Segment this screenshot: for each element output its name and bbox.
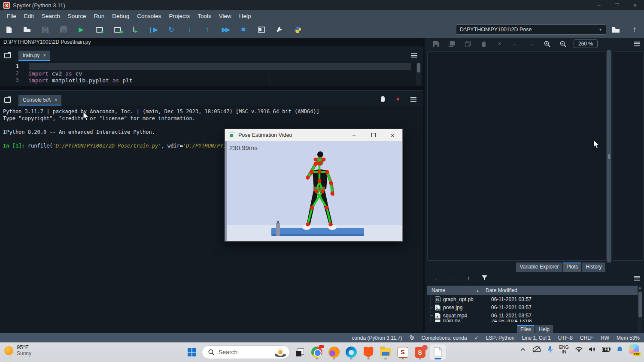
column-name[interactable]: Name ▲	[427, 287, 482, 293]
window-minimize-button[interactable]: –	[590, 0, 608, 10]
chrome-badge	[319, 345, 324, 348]
file-row-graph-opt[interactable]: 01 graph_opt.pb 06-11-2021 03:57	[427, 295, 633, 303]
chrome-taskbar-button[interactable]	[310, 344, 324, 360]
open-file-icon[interactable]	[18, 21, 36, 38]
interrupt-kernel-icon[interactable]: ■	[396, 96, 399, 102]
column-date-modified[interactable]: Date Modified	[482, 287, 517, 293]
menu-debug[interactable]: Debug	[108, 13, 133, 19]
tray-chevron-up-icon[interactable]	[520, 348, 526, 351]
zoom-in-icon[interactable]	[539, 38, 555, 50]
wifi-icon[interactable]	[575, 347, 583, 352]
task-view-button[interactable]	[292, 344, 307, 360]
document-icon	[434, 347, 442, 357]
pose-close-button[interactable]: ×	[383, 129, 402, 141]
menu-file[interactable]: File	[3, 13, 20, 19]
tab-help[interactable]: Help	[535, 325, 553, 333]
edge-taskbar-button[interactable]	[344, 344, 358, 360]
editor-scrollbar[interactable]	[416, 62, 421, 86]
zoom-out-icon[interactable]	[555, 38, 571, 50]
stop-debug-icon[interactable]: ■	[234, 21, 252, 38]
plots-scrollbar[interactable]	[607, 50, 611, 262]
run-file-icon[interactable]: ▶	[72, 21, 90, 38]
sun-icon	[4, 346, 13, 355]
window-restore-button[interactable]	[608, 0, 626, 10]
onedrive-paused-icon[interactable]	[532, 346, 541, 353]
battery-icon[interactable]	[602, 347, 611, 352]
new-file-icon[interactable]	[0, 21, 18, 38]
working-directory-combobox[interactable]: D:\PYTHON\PY1001\2D Pose▼	[456, 24, 606, 35]
close-console-icon[interactable]: ×	[54, 97, 57, 103]
tab-files[interactable]: Files	[517, 325, 535, 333]
editor-options-icon[interactable]	[411, 53, 417, 57]
run-selection-icon[interactable]: I▶	[126, 21, 144, 38]
menu-view[interactable]: View	[215, 13, 235, 19]
maximize-pane-icon[interactable]	[252, 21, 270, 38]
copilot-icon[interactable]: PRE	[629, 344, 639, 354]
file-row-squat-mp4[interactable]: squat.mp4 06-11-2021 03:57	[427, 311, 633, 320]
files-back-icon[interactable]: ←	[429, 272, 445, 284]
remove-variables-icon[interactable]	[380, 96, 385, 102]
active-window-taskbar-button[interactable]	[430, 344, 446, 360]
editor-tabbar: train.py ×	[0, 46, 423, 61]
tab-plots[interactable]: Plots	[563, 262, 582, 272]
menu-projects[interactable]: Projects	[165, 13, 194, 19]
menu-tools[interactable]: Tools	[194, 13, 215, 19]
rerun-icon[interactable]: ↻	[162, 21, 180, 38]
step-return-icon[interactable]: ↑	[198, 21, 216, 38]
pose-window-titlebar[interactable]: Pose Estimation Video – ×	[225, 129, 402, 141]
brave-taskbar-button[interactable]	[361, 344, 376, 360]
start-button[interactable]	[185, 344, 199, 360]
run-cell-advance-icon[interactable]: ▶▶	[108, 21, 126, 38]
completions-branch-icon	[410, 335, 414, 341]
pose-maximize-button[interactable]	[364, 129, 383, 141]
tab-train-py[interactable]: train.py ×	[18, 51, 50, 61]
plots-options-icon[interactable]	[634, 42, 640, 46]
browse-tabs-icon[interactable]	[4, 53, 11, 58]
tab-history[interactable]: History	[582, 262, 605, 272]
menu-source[interactable]: Source	[64, 13, 90, 19]
pose-minimize-button[interactable]: –	[344, 129, 364, 141]
file-row-pose-jpg[interactable]: pose.jpg 06-11-2021 03:57	[427, 303, 633, 311]
notification-bell-icon[interactable]	[617, 346, 623, 353]
chevron-down-icon[interactable]: ▼	[598, 27, 602, 32]
microphone-icon[interactable]	[548, 346, 553, 353]
run-cell-icon[interactable]: ▶	[90, 21, 108, 38]
file-icon	[435, 320, 440, 322]
language-indicator[interactable]: ENGIN	[559, 345, 569, 354]
file-row-partial[interactable]: train.py 24-06-2024 13:08	[427, 320, 633, 322]
panel-tabstrip: Variable Explorer Plots History	[425, 262, 644, 272]
spyder-taskbar-button[interactable]: S	[395, 344, 410, 360]
console-options-icon[interactable]	[410, 97, 416, 102]
browse-consoles-icon[interactable]	[4, 97, 11, 103]
files-filter-icon[interactable]	[477, 272, 492, 284]
status-lsp: LSP: Python	[486, 335, 515, 341]
tab-variable-explorer[interactable]: Variable Explorer	[516, 262, 562, 272]
step-into-icon[interactable]: ↓	[180, 21, 198, 38]
debug-file-icon[interactable]: ❙▶	[144, 21, 162, 38]
python-env-icon[interactable]	[289, 21, 307, 38]
pane-splitter[interactable]	[0, 86, 423, 91]
speaker-icon[interactable]	[589, 347, 595, 352]
files-parent-icon[interactable]: ↑	[461, 272, 477, 284]
weather-widget[interactable]: 95°F Sunny	[4, 344, 31, 356]
menu-edit[interactable]: Edit	[20, 13, 38, 19]
pose-estimation-window[interactable]: Pose Estimation Video – × 230.99ms	[225, 129, 403, 241]
continue-icon[interactable]: ▶▶	[216, 21, 234, 38]
menu-help[interactable]: Help	[235, 13, 255, 19]
status-interpreter[interactable]: conda (Python 3.11.7)	[352, 335, 402, 341]
parent-directory-icon[interactable]: ↑	[625, 21, 644, 38]
sublime-taskbar-button[interactable]: S	[413, 344, 427, 360]
menu-consoles[interactable]: Consoles	[133, 13, 165, 19]
files-options-icon[interactable]	[634, 276, 640, 281]
close-tab-icon[interactable]: ×	[43, 52, 46, 58]
taskbar-search[interactable]: Search	[202, 345, 290, 359]
plots-body	[425, 50, 644, 262]
tab-console-5a[interactable]: Console 5/A ×	[18, 95, 61, 106]
menu-run[interactable]: Run	[90, 13, 109, 19]
firefox-taskbar-button[interactable]	[327, 344, 341, 360]
menu-search[interactable]: Search	[38, 13, 64, 19]
browse-directory-icon[interactable]	[606, 21, 625, 38]
window-close-button[interactable]: ×	[626, 0, 644, 10]
file-explorer-taskbar-button[interactable]	[378, 344, 393, 360]
preferences-wrench-icon[interactable]	[270, 21, 289, 38]
